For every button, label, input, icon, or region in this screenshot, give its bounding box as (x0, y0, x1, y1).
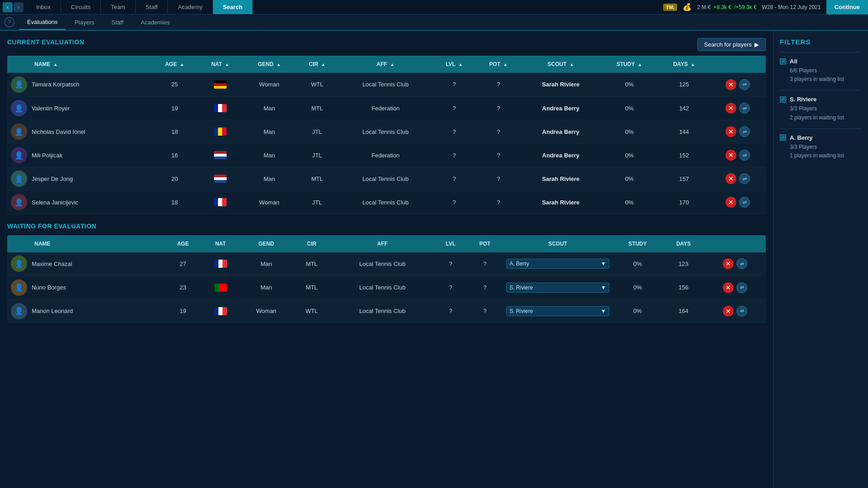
player-potential: ? (467, 252, 503, 276)
swap-player-button[interactable]: ⇌ (739, 197, 750, 208)
wcol-age[interactable]: AGE (165, 235, 201, 252)
sub-tab-players[interactable]: Players (66, 14, 102, 30)
filter-checkbox[interactable] (780, 134, 786, 141)
wcol-aff[interactable]: AFF (331, 235, 434, 252)
player-scout-dropdown-cell[interactable]: S. Riviere ▼ (503, 276, 612, 299)
player-days: 125 (659, 73, 710, 96)
wcol-pot[interactable]: POT (467, 235, 503, 252)
player-potential: ? (476, 167, 521, 190)
sub-tab-academies[interactable]: Academies (133, 14, 178, 30)
scout-dropdown-value: S. Riviere (509, 284, 533, 291)
wcol-scout[interactable]: SCOUT (503, 235, 612, 252)
nav-tab-inbox[interactable]: Inbox (26, 0, 61, 14)
nav-back-button[interactable]: ‹ (3, 2, 13, 12)
player-nat (201, 252, 240, 276)
filter-players-count: 3/3 Players (790, 143, 862, 152)
player-affiliation: Federation (338, 96, 433, 120)
action-buttons: ✕ ⇌ (708, 282, 762, 293)
player-scout-dropdown-cell[interactable]: A. Berry ▼ (503, 252, 612, 276)
nav-tab-academy[interactable]: Academy (168, 0, 213, 14)
player-level: ? (434, 252, 467, 276)
player-avatar: 👤 (11, 256, 27, 272)
col-pot[interactable]: POT ▲ (476, 56, 521, 73)
scout-dropdown[interactable]: S. Riviere ▼ (506, 283, 609, 293)
nav-tab-team[interactable]: Team (101, 0, 136, 14)
sub-tab-evaluations[interactable]: Evaluations (19, 14, 66, 30)
player-age: 27 (165, 252, 201, 276)
nav-forward-button[interactable]: › (14, 2, 24, 12)
player-name-cell: 👤Nicholas David Ionel (7, 120, 152, 143)
swap-player-button[interactable]: ⇌ (739, 173, 750, 184)
player-name: Maxime Chazal (32, 261, 72, 267)
swap-player-button[interactable]: ⇌ (739, 79, 750, 90)
remove-player-button[interactable]: ✕ (726, 173, 736, 184)
player-level: ? (434, 276, 467, 299)
wcol-lvl[interactable]: LVL (434, 235, 467, 252)
remove-player-button[interactable]: ✕ (726, 197, 736, 208)
wcol-nat[interactable]: NAT (201, 235, 240, 252)
swap-player-button[interactable]: ⇌ (739, 126, 750, 137)
player-nat (198, 73, 242, 96)
help-button[interactable]: ? (5, 17, 14, 27)
nav-tab-search[interactable]: Search (213, 0, 253, 14)
wcol-name[interactable]: NAME (7, 235, 165, 252)
remove-player-button[interactable]: ✕ (726, 79, 736, 90)
swap-player-button[interactable]: ⇌ (739, 103, 750, 114)
swap-player-button[interactable]: ⇌ (739, 150, 750, 161)
player-gender: Man (242, 120, 296, 143)
col-aff[interactable]: AFF ▲ (338, 56, 433, 73)
col-cir[interactable]: CIR ▲ (296, 56, 338, 73)
wcol-cir[interactable]: CIR (293, 235, 331, 252)
col-nat[interactable]: NAT ▲ (198, 56, 242, 73)
remove-player-button[interactable]: ✕ (723, 282, 734, 293)
swap-player-button[interactable]: ⇌ (736, 258, 747, 269)
player-days: 152 (659, 143, 710, 167)
player-nat (198, 190, 242, 214)
nav-tab-staff[interactable]: Staff (136, 0, 168, 14)
player-study: 0% (600, 96, 658, 120)
money-delta1: +8.3k € (713, 4, 731, 10)
col-study[interactable]: STUDY ▲ (600, 56, 658, 73)
player-study: 0% (613, 299, 663, 323)
scout-name: Sarah Riviere (542, 199, 579, 206)
col-scout[interactable]: SCOUT ▲ (521, 56, 600, 73)
player-scout-dropdown-cell[interactable]: S. Riviere ▼ (503, 299, 612, 323)
player-affiliation: Local Tennis Club (338, 190, 433, 214)
player-gender: Man (240, 276, 293, 299)
player-name: Manon Leonard (32, 308, 73, 314)
player-age: 19 (152, 96, 198, 120)
player-circuit: JTL (296, 143, 338, 167)
filter-item-divider (780, 90, 862, 90)
continue-button[interactable]: Continue (826, 0, 868, 14)
filter-checkbox[interactable] (780, 58, 786, 65)
swap-player-button[interactable]: ⇌ (736, 306, 747, 317)
filter-check-row: All (780, 58, 862, 65)
player-avatar: 👤 (11, 123, 27, 140)
col-age[interactable]: AGE ▲ (152, 56, 198, 73)
scout-dropdown[interactable]: A. Berry ▼ (506, 259, 609, 269)
player-avatar: 👤 (11, 147, 27, 163)
swap-player-button[interactable]: ⇌ (736, 282, 747, 293)
remove-player-button[interactable]: ✕ (726, 150, 736, 161)
player-circuit: MTL (296, 96, 338, 120)
remove-player-button[interactable]: ✕ (723, 258, 734, 269)
col-name[interactable]: NAME ▲ (7, 56, 152, 73)
player-flag (214, 151, 227, 159)
col-gend[interactable]: GEND ▲ (242, 56, 296, 73)
player-circuit: JTL (296, 190, 338, 214)
col-lvl[interactable]: LVL ▲ (433, 56, 476, 73)
filter-checkbox[interactable] (780, 96, 786, 103)
nav-right: TM. 💰 2 M € +8.3k € /+59.3k € W28 - Mon … (663, 0, 868, 14)
search-for-players-button[interactable]: Search for players ▶ (697, 38, 766, 51)
col-days[interactable]: DAYS ▲ (659, 56, 710, 73)
nav-tab-circuits[interactable]: Circuits (61, 0, 101, 14)
wcol-days[interactable]: DAYS (662, 235, 704, 252)
table-row: 👤Valentin Royer19ManMTLFederation??Andre… (7, 96, 766, 120)
scout-dropdown[interactable]: S. Riviere ▼ (506, 306, 609, 316)
remove-player-button[interactable]: ✕ (726, 103, 736, 114)
remove-player-button[interactable]: ✕ (726, 126, 736, 137)
sub-tab-staff[interactable]: Staff (104, 14, 132, 30)
wcol-gend[interactable]: GEND (240, 235, 293, 252)
wcol-study[interactable]: STUDY (613, 235, 663, 252)
remove-player-button[interactable]: ✕ (723, 306, 734, 317)
